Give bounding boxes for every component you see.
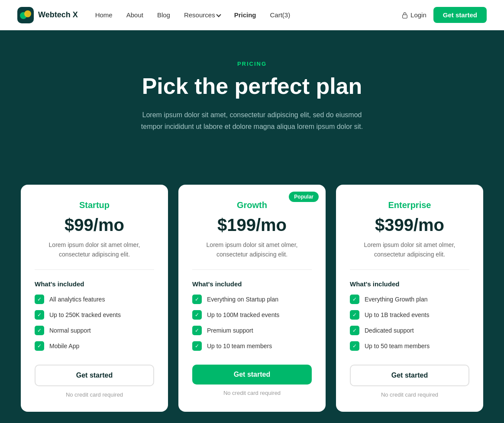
growth-feature-list: ✓ Everything on Startup plan ✓ Up to 100…: [192, 295, 312, 351]
popular-badge: Popular: [289, 192, 319, 202]
enterprise-price: $399/mo: [350, 215, 469, 235]
check-icon: ✓: [192, 326, 202, 335]
check-icon: ✓: [192, 310, 202, 320]
growth-description: Lorem ipsum dolor sit amet olmer, consec…: [192, 240, 312, 260]
list-item: ✓ Mobile App: [35, 341, 154, 351]
pricing-cards-section: Startup $99/mo Lorem ipsum dolor sit ame…: [0, 185, 504, 423]
list-item: ✓ Up to 10 team members: [192, 341, 312, 351]
list-item: ✓ Up to 1B tracked events: [350, 310, 469, 320]
check-icon: ✓: [192, 341, 202, 351]
list-item: ✓ Dedicated support: [350, 326, 469, 335]
enterprise-whats-included: What's included: [350, 280, 469, 288]
nav-home[interactable]: Home: [95, 11, 113, 19]
startup-price: $99/mo: [35, 215, 154, 235]
check-icon: ✓: [350, 326, 359, 335]
growth-divider: [192, 269, 312, 270]
nav-resources[interactable]: Resources: [184, 11, 220, 19]
logo-text: Webtech X: [38, 10, 78, 19]
svg-point-2: [24, 10, 31, 17]
startup-divider: [35, 269, 154, 270]
nav-about[interactable]: About: [126, 11, 143, 19]
check-icon: ✓: [192, 295, 202, 304]
enterprise-card: Enterprise $399/mo Lorem ipsum dolor sit…: [336, 185, 483, 412]
list-item: ✓ Normal support: [35, 326, 154, 335]
list-item: ✓ Up to 50 team members: [350, 341, 469, 351]
enterprise-feature-list: ✓ Everything Growth plan ✓ Up to 1B trac…: [350, 295, 469, 351]
chevron-down-icon: [216, 12, 221, 17]
startup-description: Lorem ipsum dolor sit amet olmer, consec…: [35, 240, 154, 260]
check-icon: ✓: [35, 326, 44, 335]
logo[interactable]: Webtech X: [17, 7, 78, 23]
check-icon: ✓: [350, 341, 359, 351]
nav-pricing[interactable]: Pricing: [234, 11, 256, 19]
startup-card: Startup $99/mo Lorem ipsum dolor sit ame…: [21, 185, 168, 412]
enterprise-plan-name: Enterprise: [350, 200, 469, 210]
hero-title: Pick the perfect plan: [17, 74, 487, 99]
hero-section: PRICING Pick the perfect plan Lorem ipsu…: [0, 30, 504, 185]
check-icon: ✓: [350, 310, 359, 320]
startup-feature-list: ✓ All analytics features ✓ Up to 250K tr…: [35, 295, 154, 351]
growth-card: Popular Growth $199/mo Lorem ipsum dolor…: [178, 185, 326, 412]
growth-get-started-button[interactable]: Get started: [192, 365, 312, 385]
growth-price: $199/mo: [192, 215, 312, 235]
list-item: ✓ Everything Growth plan: [350, 295, 469, 304]
enterprise-description: Lorem ipsum dolor sit amet olmer, consec…: [350, 240, 469, 260]
logo-icon: [17, 7, 34, 23]
login-button[interactable]: Login: [402, 11, 426, 19]
enterprise-divider: [350, 269, 469, 270]
startup-get-started-button[interactable]: Get started: [35, 365, 154, 386]
hero-description: Lorem ipsum dolor sit amet, consectetur …: [131, 109, 373, 132]
list-item: ✓ Everything on Startup plan: [192, 295, 312, 304]
startup-no-credit: No credit card required: [35, 391, 154, 398]
nav-get-started-button[interactable]: Get started: [433, 7, 487, 23]
enterprise-get-started-button[interactable]: Get started: [350, 365, 469, 386]
list-item: ✓ All analytics features: [35, 295, 154, 304]
check-icon: ✓: [35, 341, 44, 351]
navbar: Webtech X Home About Blog Resources Pric…: [0, 0, 504, 30]
check-icon: ✓: [35, 310, 44, 320]
growth-whats-included: What's included: [192, 280, 312, 288]
nav-blog[interactable]: Blog: [157, 11, 170, 19]
enterprise-no-credit: No credit card required: [350, 391, 469, 398]
check-icon: ✓: [35, 295, 44, 304]
svg-rect-3: [403, 15, 407, 18]
startup-whats-included: What's included: [35, 280, 154, 288]
nav-cart[interactable]: Cart(3): [270, 11, 291, 19]
growth-no-credit: No credit card required: [192, 390, 312, 396]
nav-right: Login Get started: [402, 7, 487, 23]
nav-links: Home About Blog Resources Pricing Cart(3…: [95, 11, 402, 19]
pricing-label: PRICING: [17, 61, 487, 67]
lock-icon: [402, 12, 408, 19]
startup-plan-name: Startup: [35, 200, 154, 210]
list-item: ✓ Up to 100M tracked events: [192, 310, 312, 320]
list-item: ✓ Up to 250K tracked events: [35, 310, 154, 320]
list-item: ✓ Premium support: [192, 326, 312, 335]
check-icon: ✓: [350, 295, 359, 304]
